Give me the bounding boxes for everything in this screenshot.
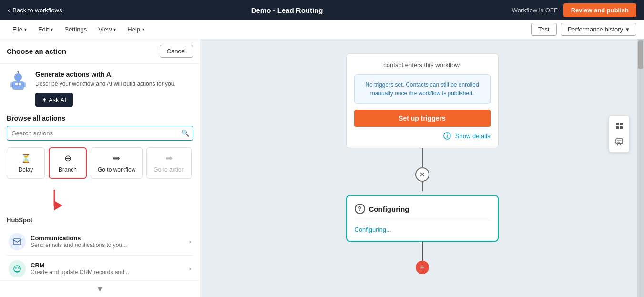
grid-view-button[interactable]	[612, 119, 626, 133]
workflow-container: contact enters this workflow. No trigger…	[200, 39, 644, 297]
svg-rect-1	[12, 81, 24, 90]
menu-settings[interactable]: Settings	[60, 23, 92, 36]
configuring-title: Configuring	[369, 205, 409, 213]
show-details-icon	[443, 132, 451, 140]
review-publish-button[interactable]: Review and publish	[563, 3, 636, 17]
second-nav: File ▾ Edit ▾ Settings View ▾ Help ▾ Tes…	[0, 20, 644, 39]
top-nav: ‹ Back to workflows Demo - Lead Routing …	[0, 0, 644, 20]
action-go-to-workflow[interactable]: ➡ Go to workflow	[91, 147, 143, 179]
ai-robot-icon	[7, 71, 30, 93]
delete-button[interactable]: ✕	[415, 167, 429, 182]
back-label: Back to workflows	[12, 7, 62, 14]
ai-description: Describe your workflow and AI will build…	[35, 80, 176, 88]
hubspot-label: HubSpot	[7, 216, 193, 224]
communications-icon	[9, 233, 26, 250]
svg-point-16	[447, 134, 448, 135]
chevron-down-icon: ▾	[24, 27, 27, 32]
svg-point-7	[17, 71, 19, 72]
left-panel: Choose an action Cancel	[0, 39, 200, 297]
action-go-to-action-label: Go to action	[153, 166, 184, 173]
chevron-right-icon: ›	[189, 265, 191, 272]
trigger-warning: No triggers set. Contacts can still be e…	[354, 74, 491, 104]
back-arrow-icon: ‹	[8, 7, 10, 14]
ai-section: Generate actions with AI Describe your w…	[7, 71, 193, 107]
ai-text: Generate actions with AI Describe your w…	[35, 71, 176, 107]
action-go-to-action: ➡ Go to action	[146, 147, 192, 179]
configuring-help-icon: ?	[355, 204, 365, 214]
action-delay[interactable]: ⏳ Delay	[7, 147, 45, 179]
panel-content: Generate actions with AI Describe your w…	[0, 64, 200, 280]
action-go-to-workflow-label: Go to workflow	[98, 166, 135, 173]
action-items: ⏳ Delay ⊕ Branch ➡ Go to workflow ➡ Go t…	[7, 147, 193, 179]
action-branch-label: Branch	[59, 166, 77, 173]
menu-file[interactable]: File ▾	[8, 23, 31, 36]
go-to-workflow-icon: ➡	[113, 153, 120, 164]
ask-ai-button[interactable]: ✦ Ask AI	[35, 93, 73, 107]
test-button[interactable]: Test	[531, 23, 557, 36]
action-delay-label: Delay	[19, 166, 33, 173]
svg-point-12	[18, 267, 20, 269]
crm-description: Create and update CRM records and...	[31, 269, 129, 276]
chevron-down-icon: ▾	[113, 27, 116, 32]
add-step-button[interactable]: +	[416, 261, 429, 274]
menu-help[interactable]: Help ▾	[123, 23, 149, 36]
go-to-action-icon: ➡	[165, 153, 173, 164]
arrow-annotation	[45, 187, 193, 214]
delay-icon: ⏳	[20, 153, 31, 164]
chevron-down-icon: ▾	[51, 27, 53, 32]
svg-point-0	[14, 73, 22, 81]
trigger-entry-text: contact enters this workflow.	[354, 61, 491, 69]
category-communications[interactable]: Communications Send emails and notificat…	[7, 228, 193, 256]
chevron-right-icon: ›	[189, 238, 191, 245]
svg-rect-20	[620, 126, 623, 129]
configuring-header: ? Configuring	[355, 204, 490, 214]
svg-rect-9	[13, 239, 21, 245]
browse-label: Browse all actions	[7, 114, 193, 122]
crm-name: CRM	[31, 262, 129, 269]
svg-rect-5	[23, 82, 26, 87]
nav-right: Workflow is OFF Review and publish	[512, 3, 636, 17]
svg-rect-4	[10, 82, 13, 87]
trigger-footer[interactable]: Show details	[354, 132, 491, 140]
search-icon[interactable]: 🔍	[181, 129, 189, 137]
svg-rect-17	[616, 123, 619, 125]
crm-icon	[9, 260, 26, 277]
communications-text: Communications Send emails and notificat…	[31, 235, 127, 248]
ai-heading: Generate actions with AI	[35, 71, 176, 78]
cancel-button[interactable]: Cancel	[160, 45, 193, 58]
search-container: 🔍	[7, 126, 193, 141]
menu-view[interactable]: View ▾	[93, 23, 121, 36]
category-crm[interactable]: CRM Create and update CRM records and...…	[7, 256, 193, 280]
canvas-area: contact enters this workflow. No trigger…	[200, 39, 644, 297]
configuring-box: ? Configuring Configuring...	[346, 195, 499, 242]
trigger-box: contact enters this workflow. No trigger…	[346, 53, 499, 148]
second-nav-right: Test Performance history ▾	[531, 23, 636, 36]
svg-rect-3	[19, 83, 21, 85]
connector-line-2	[422, 182, 423, 191]
configuring-body: Configuring...	[355, 220, 490, 233]
svg-rect-19	[616, 126, 619, 129]
panel-header: Choose an action Cancel	[0, 39, 200, 64]
connector-line	[422, 148, 423, 167]
action-branch[interactable]: ⊕ Branch	[49, 147, 87, 179]
main-layout: Choose an action Cancel	[0, 39, 644, 297]
scrollbar-thumb[interactable]	[638, 40, 643, 69]
search-input[interactable]	[7, 126, 193, 141]
crm-text: CRM Create and update CRM records and...	[31, 262, 129, 276]
svg-rect-18	[620, 123, 623, 125]
back-to-workflows-link[interactable]: ‹ Back to workflows	[8, 7, 62, 14]
performance-history-button[interactable]: Performance history ▾	[561, 23, 636, 36]
workflow-status: Workflow is OFF	[512, 7, 558, 14]
communications-name: Communications	[31, 235, 127, 242]
page-title: Demo - Lead Routing	[72, 6, 502, 14]
set-up-triggers-button[interactable]: Set up triggers	[354, 110, 491, 127]
canvas-mini-toolbar	[609, 115, 630, 153]
canvas-scrollbar[interactable]	[637, 39, 644, 297]
svg-point-11	[15, 267, 17, 269]
menu-edit[interactable]: Edit ▾	[33, 23, 58, 36]
chevron-down-icon: ▾	[626, 26, 629, 33]
panel-title: Choose an action	[7, 47, 66, 55]
branch-icon: ⊕	[64, 153, 72, 164]
chat-button[interactable]	[612, 135, 626, 149]
scroll-down-indicator: ▾	[0, 280, 200, 297]
